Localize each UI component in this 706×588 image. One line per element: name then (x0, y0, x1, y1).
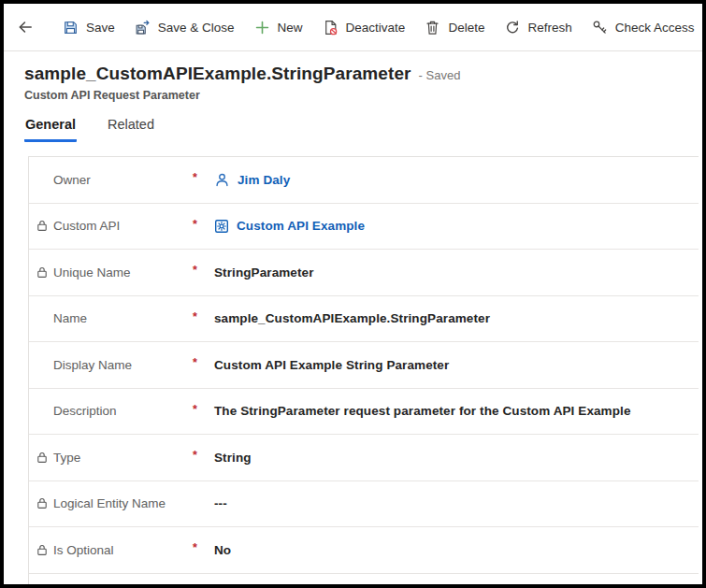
general-form-section: Owner * Jim Daly Custom API * Custom API… (28, 156, 699, 584)
required-asterisk: * (193, 264, 214, 277)
lock-icon (36, 220, 48, 232)
required-asterisk: * (193, 356, 214, 369)
check-access-button[interactable]: Check Access (587, 15, 699, 40)
save-button[interactable]: Save (58, 15, 120, 40)
deactivate-icon (323, 20, 339, 36)
required-asterisk: * (193, 171, 214, 184)
lock-icon (36, 452, 48, 464)
lock-icon (36, 544, 48, 556)
form-row: Type * String (29, 435, 699, 481)
field-label: Logical Entity Name (53, 496, 193, 510)
form-row: Is Optional * No (29, 527, 699, 574)
required-asterisk: * (193, 403, 214, 416)
form-tabs: General Related (4, 116, 702, 142)
field-label: Custom API (53, 219, 193, 233)
field-value[interactable]: No (214, 543, 231, 557)
trash-icon (425, 20, 440, 36)
form-row: Owner * Jim Daly (29, 157, 699, 204)
save-status-text: - Saved (419, 68, 461, 82)
deactivate-button[interactable]: Deactivate (318, 15, 411, 40)
form-row: Name * sample_CustomAPIExample.StringPar… (29, 296, 699, 343)
required-asterisk: * (193, 541, 214, 554)
field-value[interactable]: The StringParameter request parameter fo… (214, 404, 631, 418)
field-value[interactable]: String (214, 451, 252, 465)
delete-button[interactable]: Delete (420, 15, 489, 40)
field-label: Description (53, 404, 193, 418)
form-row: Display Name * Custom API Example String… (29, 342, 699, 389)
command-bar: Save Save & Close New Deactivate Delete … (4, 4, 702, 51)
form-row: Unique Name * StringParameter (29, 250, 699, 296)
form-row: Custom API * Custom API Example (29, 204, 699, 251)
field-label: Unique Name (53, 265, 193, 280)
field-value-link[interactable]: Jim Daly (214, 172, 290, 188)
refresh-button[interactable]: Refresh (499, 15, 576, 40)
save-and-close-button[interactable]: Save & Close (130, 15, 239, 40)
field-value[interactable]: --- (214, 496, 227, 510)
record-header: sample_CustomAPIExample.StringParameter … (4, 51, 702, 104)
tab-general[interactable]: General (24, 116, 77, 142)
form-row: Logical Entity Name --- (29, 481, 699, 528)
field-value[interactable]: sample_CustomAPIExample.StringParameter (214, 311, 490, 325)
person-icon (214, 172, 230, 188)
toolbar-actions: Save Save & Close New Deactivate Delete … (58, 15, 706, 40)
form-row: Description * The StringParameter reques… (29, 389, 699, 436)
lock-icon (36, 497, 48, 509)
field-label: Display Name (53, 358, 193, 372)
plus-icon (254, 20, 270, 36)
field-value[interactable]: Custom API Example String Parameter (214, 358, 449, 372)
page-subtitle: Custom API Request Parameter (24, 88, 702, 104)
save-close-icon (135, 20, 151, 36)
required-asterisk: * (193, 310, 214, 323)
field-label: Type (53, 451, 193, 465)
custom-api-icon (214, 219, 229, 234)
field-label: Name (53, 311, 193, 325)
required-asterisk: * (193, 218, 214, 231)
field-label: Owner (53, 173, 193, 187)
page-title: sample_CustomAPIExample.StringParameter (24, 64, 411, 84)
required-asterisk: * (193, 449, 214, 462)
new-button[interactable]: New (250, 15, 308, 40)
field-value-link[interactable]: Custom API Example (214, 219, 365, 234)
key-icon (592, 20, 608, 36)
refresh-icon (504, 20, 520, 36)
lock-icon (36, 266, 48, 279)
field-value[interactable]: StringParameter (214, 265, 314, 280)
tab-related[interactable]: Related (107, 116, 155, 142)
field-label: Is Optional (53, 543, 193, 557)
save-icon (63, 20, 79, 36)
back-button[interactable] (11, 15, 39, 39)
back-arrow-icon (17, 19, 34, 36)
